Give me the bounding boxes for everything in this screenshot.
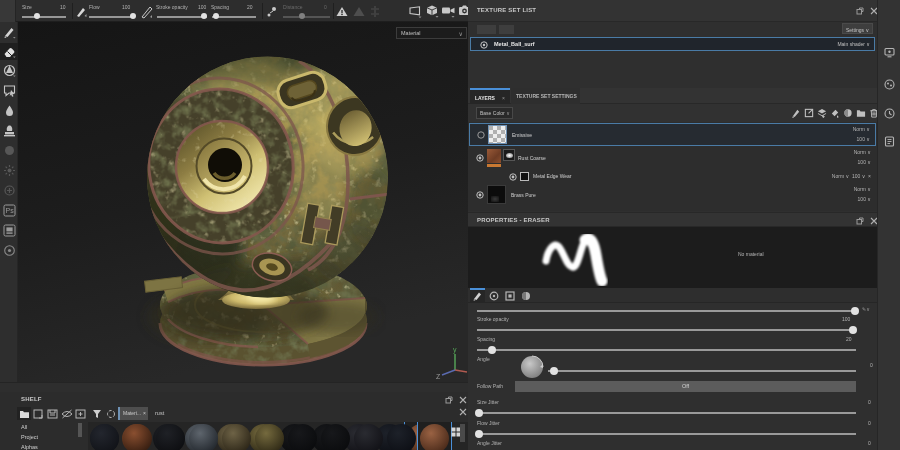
svg-text:y: y xyxy=(453,346,457,354)
svg-text:Ps: Ps xyxy=(6,207,15,214)
svg-text:Z: Z xyxy=(436,373,441,380)
